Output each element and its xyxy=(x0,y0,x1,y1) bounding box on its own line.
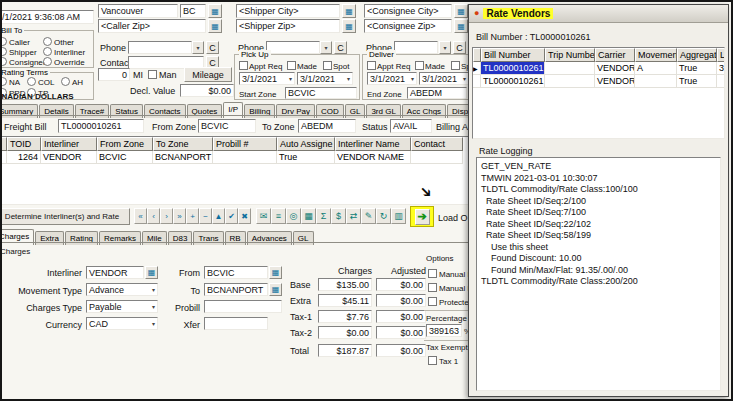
interliner-grid-row[interactable]: 1264 VENDOR BCVIC BCNANPORT True VENDOR … xyxy=(0,151,463,164)
tax1-adjusted-field[interactable]: $0.00 xyxy=(376,310,426,323)
total-charges-field[interactable]: $187.87 xyxy=(318,344,372,357)
shipper-phone-type-dropdown[interactable]: ▾ xyxy=(320,41,332,54)
miles-field[interactable]: 0 xyxy=(98,68,130,81)
col-interliner-name[interactable]: Interliner Name xyxy=(335,137,411,151)
nav-first-button[interactable]: « xyxy=(134,208,147,224)
columns-button[interactable]: ▥ xyxy=(391,208,406,224)
pickup-date2-field[interactable]: 3/1/2021▾ xyxy=(297,72,353,85)
bill-to-radio-shipper[interactable] xyxy=(0,47,7,56)
man-checkbox[interactable] xyxy=(148,70,157,79)
col-l[interactable]: L xyxy=(717,48,725,62)
nav-delete-button[interactable]: − xyxy=(199,208,212,224)
caller-zip-field[interactable]: <Caller Zip> xyxy=(98,19,206,33)
pickup-date1-field[interactable]: 3/1/2021▾ xyxy=(239,72,295,85)
bill-to-radio-caller[interactable] xyxy=(0,37,7,46)
consignee-zip-field[interactable]: <Consignee Zip> xyxy=(364,19,452,33)
consignee-phone-type-dropdown[interactable]: ▾ xyxy=(439,41,451,54)
caller-zip-lookup-button[interactable]: ▦ xyxy=(208,19,222,33)
col-interliner[interactable]: Interliner xyxy=(41,137,97,151)
shipper-zip-lookup-button[interactable]: ▦ xyxy=(342,19,356,33)
tax2-adjusted-field[interactable]: $0.00 xyxy=(376,326,426,339)
shipper-phone-field[interactable] xyxy=(266,41,320,54)
col-toid[interactable]: TOID xyxy=(7,137,41,151)
pickup-appt-req-checkbox[interactable] xyxy=(239,61,248,70)
consignee-phone-field[interactable] xyxy=(394,41,438,54)
col-trip-number[interactable]: Trip Number xyxy=(545,48,595,62)
rates-button[interactable]: $ xyxy=(331,208,346,224)
from-lookup-button[interactable]: ▦ xyxy=(269,266,282,279)
col-bill-number[interactable]: Bill Number xyxy=(481,48,545,62)
percentage-field[interactable]: 389163 xyxy=(426,324,462,337)
mail-button[interactable]: ✉ xyxy=(256,208,271,224)
shipper-city-lookup-button[interactable]: ▦ xyxy=(342,4,356,18)
bill-to-radio-override[interactable] xyxy=(43,57,52,66)
end-zone-field[interactable]: ABEDM xyxy=(407,87,467,99)
tax1-exempt-checkbox[interactable] xyxy=(428,356,437,365)
deliver-spot-checkbox[interactable] xyxy=(451,61,460,70)
grid-view-button[interactable]: ▦ xyxy=(301,208,316,224)
nav-prior-button[interactable]: ‹ xyxy=(147,208,160,224)
list-button[interactable]: ≡ xyxy=(271,208,286,224)
decl-value-field[interactable]: $0.00 xyxy=(180,84,234,97)
protected-checkbox[interactable] xyxy=(428,297,437,306)
consignee-city-lookup-button[interactable]: ▦ xyxy=(454,4,468,18)
rate-vendors-titlebar[interactable]: ● Rate Vendors xyxy=(469,5,728,23)
determine-interliner-rate-button[interactable]: Determine Interliner(s) and Rate xyxy=(0,208,130,225)
charges-type-dropdown[interactable]: Payable▾ xyxy=(86,300,158,313)
currency-dropdown[interactable]: CAD▾ xyxy=(86,317,158,330)
shipper-zip-field[interactable]: <Shipper Zip> xyxy=(236,19,340,33)
probill-field[interactable] xyxy=(204,300,282,313)
rating-terms-radio-col[interactable] xyxy=(27,77,36,86)
exchange-button[interactable]: ⇄ xyxy=(346,208,361,224)
shipper-phone-c-button[interactable]: C xyxy=(334,41,347,54)
deliver-date2-field[interactable]: 3/1/2021▾ xyxy=(419,72,469,85)
col-to-zone[interactable]: To Zone xyxy=(153,137,213,151)
interliner-field[interactable]: VENDOR xyxy=(86,266,144,279)
manual-extra-checkbox[interactable] xyxy=(428,283,437,292)
tax1-charges-field[interactable]: $7.76 xyxy=(318,310,372,323)
summary-button[interactable]: Σ xyxy=(316,208,331,224)
transfer-rate-button[interactable]: ➔ xyxy=(415,209,430,225)
nav-insert-button[interactable]: + xyxy=(186,208,199,224)
to-zone-field[interactable]: ABEDM xyxy=(298,119,356,133)
col-contact[interactable]: Contact xyxy=(411,137,463,151)
rate-vendors-row-2[interactable]: TL0000010261 VENDOR True xyxy=(473,75,725,88)
nav-cancel-button[interactable]: ✖ xyxy=(238,208,251,224)
col-aggregate[interactable]: Aggregate xyxy=(677,48,717,62)
total-adjusted-field[interactable]: $0.00 xyxy=(376,344,426,357)
extra-charges-field[interactable]: $45.11 xyxy=(318,294,372,307)
deliver-appt-req-checkbox[interactable] xyxy=(367,61,376,70)
consignee-city-field[interactable]: <Consignee City> xyxy=(364,4,452,18)
extra-adjusted-field[interactable]: $0.00 xyxy=(376,294,426,307)
rate-vendors-row-1[interactable]: ▶ TL0000010261 VENDOR A True 3 xyxy=(473,62,725,75)
col-movement[interactable]: Movement xyxy=(635,48,677,62)
nav-post-button[interactable]: ✔ xyxy=(225,208,238,224)
consignee-phone-c-button[interactable]: C xyxy=(453,41,466,54)
mileage-button[interactable]: Mileage xyxy=(184,67,232,82)
col-auto-assigne[interactable]: Auto Assigne xyxy=(277,137,335,151)
start-zone-field[interactable]: BCVIC xyxy=(285,87,357,99)
caller-phone-type-dropdown[interactable]: ▾ xyxy=(192,41,204,54)
to-field[interactable]: BCNANPORT xyxy=(204,283,268,296)
caller-phone-c-button[interactable]: C xyxy=(206,41,219,54)
to-lookup-button[interactable]: ▦ xyxy=(269,283,282,296)
manual-rating-checkbox[interactable] xyxy=(428,269,437,278)
caller-phone-field[interactable] xyxy=(128,41,192,54)
bill-to-radio-interliner[interactable] xyxy=(43,47,52,56)
deliver-date1-field[interactable]: 3/1/2021▾ xyxy=(367,72,417,85)
col-from-zone[interactable]: From Zone xyxy=(97,137,153,151)
base-adjusted-field[interactable]: $0.00 xyxy=(376,278,426,291)
col-probill[interactable]: Probill # xyxy=(213,137,277,151)
refresh-button[interactable]: ↻ xyxy=(376,208,391,224)
bill-datetime-field[interactable]: 1/1/2021 9:36:08 AM xyxy=(0,10,94,24)
from-zone-field[interactable]: BCVIC xyxy=(198,119,256,133)
rate-logging-box[interactable]: GET_VEN_RATE TMWIN 2021-03-01 10:30:07 T… xyxy=(476,157,721,391)
interliner-lookup-button[interactable]: ▦ xyxy=(145,266,158,279)
bill-to-radio-consignee[interactable] xyxy=(0,57,7,66)
nav-next-button[interactable]: › xyxy=(160,208,173,224)
caller-city-lookup-button[interactable]: ▦ xyxy=(208,4,222,18)
rating-terms-radio-ah[interactable] xyxy=(61,77,70,86)
caller-province-field[interactable]: BC xyxy=(180,4,206,18)
nav-edit-button[interactable]: ▲ xyxy=(212,208,225,224)
movement-type-dropdown[interactable]: Advance▾ xyxy=(86,283,158,296)
